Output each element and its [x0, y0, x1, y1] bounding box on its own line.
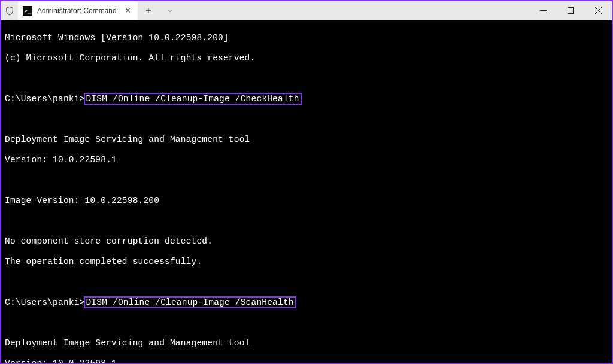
blank-line	[5, 216, 608, 226]
tab[interactable]: >_ Administrator: Command Prompt ✕	[18, 1, 138, 20]
result-line: No component store corruption detected.	[5, 236, 608, 247]
tab-dropdown-icon[interactable]	[164, 5, 176, 17]
prompt-path: C:\Users\panki>	[5, 298, 85, 307]
terminal-output[interactable]: Microsoft Windows [Version 10.0.22598.20…	[1, 20, 612, 364]
tool-version: Version: 10.0.22598.1	[5, 155, 608, 165]
blank-line	[5, 318, 608, 328]
titlebar: >_ Administrator: Command Prompt ✕ +	[1, 1, 612, 20]
maximize-button[interactable]	[557, 1, 584, 20]
prompt-path: C:\Users\panki>	[5, 94, 85, 104]
blank-line	[5, 74, 608, 84]
result-line: The operation completed successfully.	[5, 257, 608, 267]
close-button[interactable]	[584, 1, 612, 20]
blank-line	[5, 175, 608, 186]
tab-controls: +	[138, 1, 181, 20]
copyright-line: (c) Microsoft Corporation. All rights re…	[5, 53, 608, 63]
cmd-icon: >_	[23, 6, 32, 16]
shield-icon	[1, 1, 18, 20]
command-highlight: DISM /Online /Cleanup-Image /CheckHealth	[84, 93, 302, 105]
new-tab-button[interactable]: +	[142, 5, 154, 17]
command-highlight: DISM /Online /Cleanup-Image /ScanHealth	[84, 296, 296, 308]
titlebar-spacer[interactable]	[181, 1, 529, 20]
tool-version: Version: 10.0.22598.1	[5, 359, 608, 364]
window-controls	[529, 1, 612, 20]
svg-rect-1	[568, 8, 573, 14]
tool-name: Deployment Image Servicing and Managemen…	[5, 338, 608, 348]
image-version: Image Version: 10.0.22598.200	[5, 196, 608, 206]
blank-line	[5, 277, 608, 287]
blank-line	[5, 114, 608, 125]
tool-name: Deployment Image Servicing and Managemen…	[5, 135, 608, 145]
minimize-button[interactable]	[529, 1, 557, 20]
tab-title: Administrator: Command Prompt	[37, 7, 119, 15]
os-version-line: Microsoft Windows [Version 10.0.22598.20…	[5, 33, 608, 43]
prompt-line: C:\Users\panki>DISM /Online /Cleanup-Ima…	[5, 298, 608, 308]
close-tab-icon[interactable]: ✕	[123, 7, 132, 15]
prompt-line: C:\Users\panki>DISM /Online /Cleanup-Ima…	[5, 94, 608, 104]
